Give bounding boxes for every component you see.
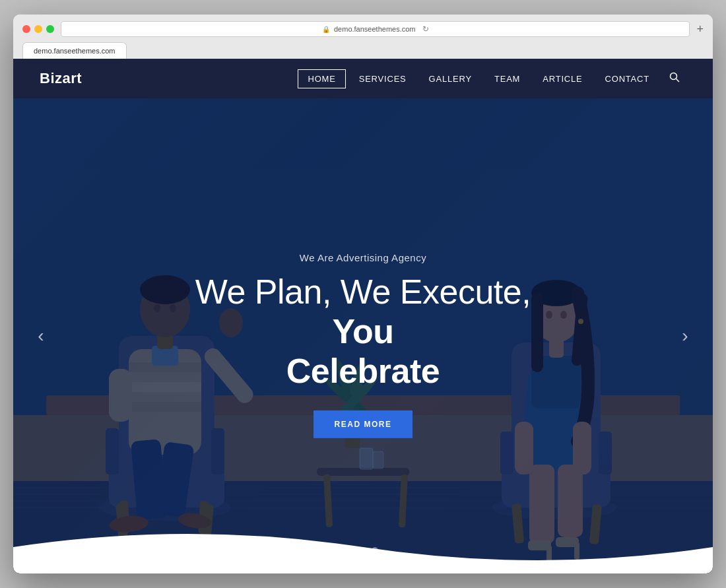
- hero-title: We Plan, We Execute, You Celebrate: [178, 273, 548, 391]
- new-tab-button[interactable]: +: [696, 23, 704, 35]
- hero-read-more-button[interactable]: READ MORE: [314, 410, 413, 438]
- browser-dots: [22, 25, 54, 33]
- carousel-next-button[interactable]: ›: [671, 321, 700, 350]
- hero-content: We Are Advertising Agency We Plan, We Ex…: [178, 252, 548, 438]
- refresh-icon[interactable]: ↻: [422, 24, 429, 34]
- browser-chrome: 🔒 demo.fanseethemes.com ↻ + demo.fanseet…: [13, 15, 713, 59]
- address-bar[interactable]: 🔒 demo.fanseethemes.com ↻: [61, 21, 690, 37]
- navbar-brand[interactable]: Bizart: [40, 70, 82, 87]
- minimize-dot[interactable]: [34, 25, 42, 33]
- nav-item-team[interactable]: TEAM: [485, 70, 529, 88]
- nav-item-gallery[interactable]: GALLERY: [420, 70, 481, 88]
- hero-title-line2: Celebrate: [286, 352, 440, 390]
- hero-wave: [13, 521, 713, 573]
- search-icon[interactable]: [663, 68, 686, 89]
- browser-top-bar: 🔒 demo.fanseethemes.com ↻ +: [22, 21, 704, 37]
- browser-window: 🔒 demo.fanseethemes.com ↻ + demo.fanseet…: [13, 15, 713, 573]
- carousel-prev-button[interactable]: ‹: [26, 321, 55, 350]
- hero-subtitle: We Are Advertising Agency: [178, 252, 548, 263]
- browser-tabs: demo.fanseethemes.com: [22, 42, 704, 59]
- hero-section: ‹ We Are Advertising Agency We Plan, We …: [13, 98, 713, 573]
- close-dot[interactable]: [22, 25, 30, 33]
- nav-item-article[interactable]: ARTICLE: [533, 70, 591, 88]
- address-text: demo.fanseethemes.com: [334, 25, 416, 33]
- active-tab[interactable]: demo.fanseethemes.com: [22, 42, 127, 59]
- hero-title-line1: We Plan, We Execute, You: [195, 273, 531, 350]
- website-content: Bizart HOME SERVICES GALLERY TEAM ARTICL…: [13, 59, 713, 573]
- nav-item-home[interactable]: HOME: [298, 69, 345, 88]
- svg-line-1: [676, 79, 680, 82]
- svg-point-0: [671, 73, 677, 80]
- nav-item-contact[interactable]: CONTACT: [596, 70, 659, 88]
- navbar: Bizart HOME SERVICES GALLERY TEAM ARTICL…: [13, 59, 713, 98]
- navbar-nav: HOME SERVICES GALLERY TEAM ARTICLE CONTA…: [298, 68, 686, 89]
- maximize-dot[interactable]: [46, 25, 54, 33]
- lock-icon: 🔒: [322, 26, 330, 33]
- nav-item-services[interactable]: SERVICES: [350, 70, 416, 88]
